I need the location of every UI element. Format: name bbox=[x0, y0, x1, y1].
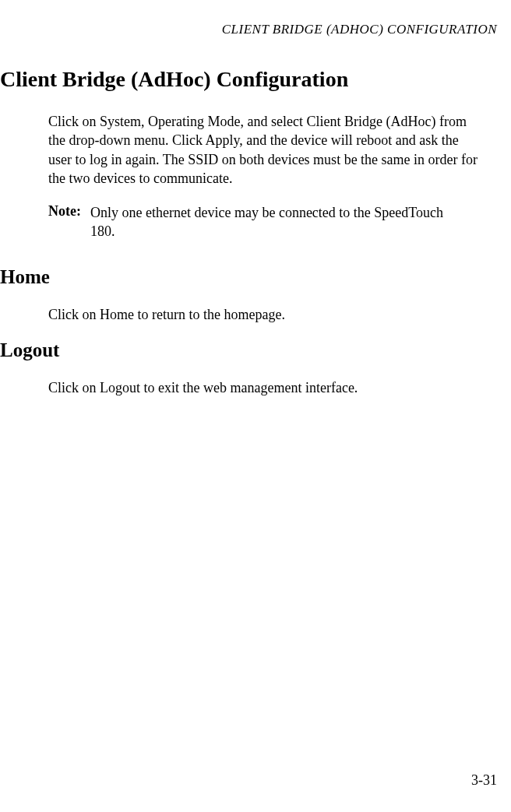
section-heading-home: Home bbox=[0, 266, 497, 288]
intro-paragraph: Click on System, Operating Mode, and sel… bbox=[48, 112, 483, 188]
note-text: Only one ethernet device may be connecte… bbox=[90, 203, 450, 241]
note-label: Note: bbox=[48, 203, 81, 220]
page-number: 3-31 bbox=[471, 772, 497, 789]
section-heading-logout: Logout bbox=[0, 339, 497, 361]
section-logout-text: Click on Logout to exit the web manageme… bbox=[48, 378, 483, 397]
section-home-text: Click on Home to return to the homepage. bbox=[48, 305, 483, 324]
note-block: Note: Only one ethernet device may be co… bbox=[48, 203, 450, 241]
page-title: Client Bridge (AdHoc) Configuration bbox=[0, 67, 497, 92]
running-header: CLIENT BRIDGE (ADHOC) CONFIGURATION bbox=[0, 22, 497, 37]
